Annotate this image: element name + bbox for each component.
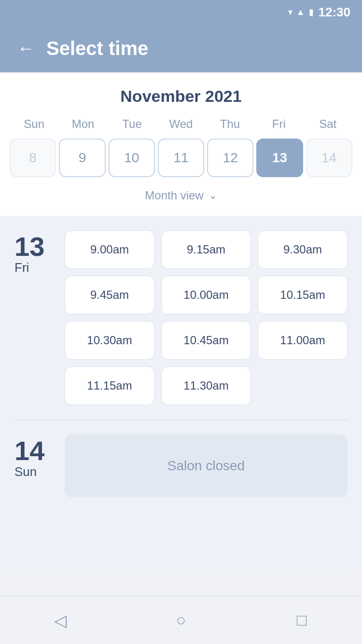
status-bar: ▾ ▲ ▮ 12:30 [0,0,362,24]
day-13-block: 13 Fri 9.00am 9.15am 9.30am 9.45am 10.00… [14,230,348,405]
salon-closed-label: Salon closed [167,458,245,474]
day-13-label: 13 Fri [14,230,53,275]
slot-11-30am[interactable]: 11.30am [161,366,251,405]
slot-11-15am[interactable]: 11.15am [65,366,154,405]
day-14-name: Sun [14,464,37,479]
slot-9-00am[interactable]: 9.00am [65,230,154,269]
battery-icon: ▮ [309,7,314,17]
month-title: November 2021 [10,87,352,106]
slot-10-45am[interactable]: 10.45am [161,321,251,360]
app-header: ← Select time [0,24,362,72]
day-8[interactable]: 8 [10,139,56,177]
day-10[interactable]: 10 [109,139,155,177]
day-14-block: 14 Sun Salon closed [14,434,348,497]
day-9[interactable]: 9 [59,139,105,177]
slot-11-00am[interactable]: 11.00am [258,321,348,360]
day-13-number: 13 [14,233,44,260]
nav-back-button[interactable]: ◁ [43,603,77,637]
signal-icon: ▲ [296,7,305,17]
day-14-label: 14 Sun [14,434,53,479]
salon-closed-box: Salon closed [65,434,348,497]
slot-10-00am[interactable]: 10.00am [161,276,251,314]
day-11[interactable]: 11 [158,139,204,177]
weekday-wed: Wed [156,117,205,131]
status-icons: ▾ ▲ ▮ [288,7,314,17]
weekday-sun: Sun [10,117,58,131]
slot-10-30am[interactable]: 10.30am [65,321,154,360]
slot-9-30am[interactable]: 9.30am [258,230,348,269]
status-time: 12:30 [319,5,351,20]
weekday-sat: Sat [304,117,352,131]
time-section: 13 Fri 9.00am 9.15am 9.30am 9.45am 10.00… [0,216,362,570]
weekday-tue: Tue [108,117,156,131]
nav-home-button[interactable]: ○ [164,603,198,637]
day-13-slots: 9.00am 9.15am 9.30am 9.45am 10.00am 10.1… [65,230,348,405]
month-view-label: Month view [145,189,203,202]
day-14[interactable]: 14 [306,139,352,177]
days-row: 8 9 10 11 12 13 14 [10,139,352,177]
nav-bar: ◁ ○ □ [0,596,362,644]
day-12[interactable]: 12 [207,139,253,177]
nav-recent-button[interactable]: □ [285,603,319,637]
weekday-mon: Mon [58,117,107,131]
section-divider [14,420,348,420]
weekday-fri: Fri [254,117,303,131]
slot-9-45am[interactable]: 9.45am [65,276,154,314]
month-view-toggle[interactable]: Month view ⌄ [10,185,352,206]
slot-9-15am[interactable]: 9.15am [161,230,251,269]
day-13-name: Fri [14,260,29,275]
slot-10-15am[interactable]: 10.15am [258,276,348,314]
weekday-row: Sun Mon Tue Wed Thu Fri Sat [10,117,352,131]
day-13[interactable]: 13 [256,139,303,177]
calendar-section: November 2021 Sun Mon Tue Wed Thu Fri Sa… [0,72,362,216]
page-title: Select time [46,38,148,59]
wifi-icon: ▾ [288,7,292,17]
chevron-down-icon: ⌄ [209,189,217,202]
weekday-thu: Thu [206,117,254,131]
day-14-number: 14 [14,437,44,464]
back-button[interactable]: ← [17,40,35,57]
